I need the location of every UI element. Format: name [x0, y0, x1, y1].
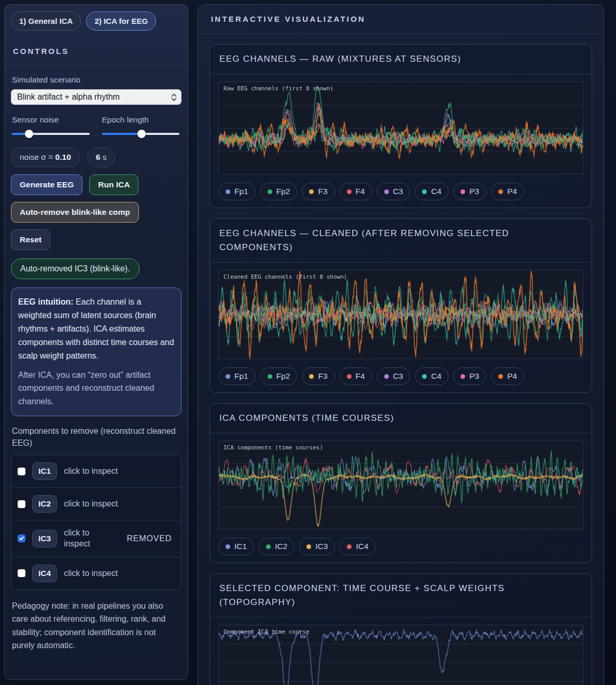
components-to-remove-label: Components to remove (reconstruct cleane… — [12, 426, 180, 449]
legend-chip[interactable]: P3 — [453, 367, 486, 385]
component-row[interactable]: IC3 click to inspect REMOVED — [11, 520, 181, 557]
components-list: IC1 click to inspect IC2 click to inspec… — [11, 455, 181, 590]
tab[interactable]: 2) ICA for EEG — [86, 11, 156, 31]
channel-name: C4 — [431, 372, 441, 381]
component-row[interactable]: IC1 click to inspect — [11, 455, 181, 488]
controls-body: Simulated scenario Blink artifact + alph… — [5, 65, 188, 652]
component-id-badge: IC3 — [32, 530, 57, 547]
legend-chip[interactable]: F3 — [302, 183, 334, 200]
legend-chip[interactable]: Fp2 — [260, 183, 298, 200]
checkmark-icon — [19, 536, 24, 541]
channel-name: C4 — [431, 187, 441, 196]
generate-eeg-button[interactable]: Generate EEG — [11, 174, 82, 195]
component-row[interactable]: IC2 click to inspect — [11, 488, 181, 520]
channel-color-dot — [226, 374, 230, 379]
reset-button[interactable]: Reset — [11, 229, 50, 250]
raw-eeg-chart: Raw EEG channels (first 8 shown) — [218, 81, 583, 174]
channel-name: P4 — [507, 372, 517, 381]
scenario-select[interactable]: Blink artifact + alpha rhythm — [11, 89, 181, 105]
legend-chip[interactable]: IC2 — [259, 538, 295, 555]
scenario-select-value: Blink artifact + alpha rhythm — [17, 92, 120, 102]
component-checkbox[interactable] — [18, 468, 25, 475]
legend-chip[interactable]: P4 — [491, 183, 524, 200]
raw-chart-area: Raw EEG channels (first 8 shown) — [210, 74, 592, 176]
legend-chip[interactable]: C3 — [377, 367, 411, 385]
legend-chip[interactable]: F4 — [340, 183, 372, 200]
sidebar: 1) General ICA2) ICA for EEG CONTROLS Si… — [4, 4, 188, 680]
panel-selected-title: SELECTED COMPONENT: TIME COURSE + SCALP … — [210, 574, 592, 618]
legend-chip[interactable]: P3 — [453, 183, 486, 200]
component-inspect-hint[interactable]: click to inspect — [64, 569, 118, 578]
component-inspect-hint[interactable]: click to inspect — [64, 528, 102, 550]
legend-chip[interactable]: IC4 — [340, 538, 375, 555]
legend-chip[interactable]: C3 — [377, 183, 411, 200]
slider-thumb[interactable] — [25, 130, 33, 138]
pedagogy-note: Pedagogy note: in real pipelines you als… — [12, 599, 180, 652]
channel-name: F3 — [318, 187, 327, 196]
component-checkbox[interactable] — [18, 535, 25, 542]
viz-header: INTERACTIVE VISUALIZATION — [198, 5, 604, 34]
legend-chip[interactable]: Fp2 — [260, 367, 298, 385]
channel-color-dot — [226, 189, 230, 194]
channel-color-dot — [347, 374, 352, 379]
panel-cleaned-title: EEG CHANNELS — CLEANED (AFTER REMOVING S… — [210, 219, 592, 263]
channel-color-dot — [460, 189, 465, 194]
component-checkbox[interactable] — [18, 500, 25, 508]
legend-chip[interactable]: P4 — [491, 367, 524, 385]
panel-selected-component: SELECTED COMPONENT: TIME COURSE + SCALP … — [209, 573, 592, 685]
channel-color-dot — [268, 374, 272, 379]
channel-color-dot — [460, 374, 465, 379]
ic-color-dot — [347, 544, 352, 549]
ica-chart-area: ICA components (time courses) — [210, 433, 592, 531]
slider-track[interactable] — [102, 133, 180, 135]
component-row[interactable]: IC4 click to inspect — [11, 557, 181, 590]
channel-color-dot — [384, 374, 389, 379]
channel-color-dot — [498, 374, 503, 379]
component-checkbox[interactable] — [18, 569, 25, 577]
tab[interactable]: 1) General ICA — [11, 11, 81, 31]
panel-raw-eeg: EEG CHANNELS — RAW (MIXTURES AT SENSORS)… — [209, 44, 592, 208]
slider-block: Epoch length — [101, 112, 182, 139]
visualization-container: INTERACTIVE VISUALIZATION EEG CHANNELS —… — [198, 4, 604, 685]
legend-chip[interactable]: IC1 — [218, 538, 254, 555]
legend-chip[interactable]: C4 — [415, 183, 449, 200]
slider-track[interactable] — [12, 133, 90, 135]
legend-chip[interactable]: IC3 — [299, 538, 335, 555]
component-inspect-hint[interactable]: click to inspect — [64, 499, 118, 509]
legend-chip[interactable]: Fp1 — [218, 367, 256, 385]
ic-name: IC2 — [275, 542, 287, 551]
slider-thumb[interactable] — [137, 130, 146, 138]
channel-color-dot — [268, 189, 272, 194]
cleaned-channel-legend: Fp1 Fp2 F3 F4 C3 C4 — [210, 361, 592, 392]
slider-label: Epoch length — [102, 115, 181, 125]
ic-name: IC4 — [356, 542, 368, 551]
primary-button-row: Generate EEG Run ICA — [11, 174, 181, 195]
panel-ica-title: ICA COMPONENTS (TIME COURSES) — [210, 404, 592, 433]
cleaned-eeg-chart: Cleaned EEG channels (first 8 shown) — [218, 270, 583, 359]
run-ica-button[interactable]: Run ICA — [89, 174, 138, 195]
channel-color-dot — [309, 189, 314, 194]
auto-remove-button[interactable]: Auto-remove blink-like comp — [11, 202, 139, 223]
channel-name: Fp1 — [234, 187, 248, 196]
legend-chip[interactable]: F3 — [302, 367, 334, 385]
legend-chip[interactable]: Fp1 — [218, 183, 256, 200]
selected-chart-area: Component IC3 time course — [210, 618, 592, 685]
channel-color-dot — [422, 189, 427, 194]
legend-chip[interactable]: F4 — [340, 367, 372, 385]
badge-row: noise σ = 0.10 6 s — [11, 147, 181, 167]
channel-color-dot — [498, 189, 503, 194]
channel-name: F4 — [356, 187, 365, 196]
status-badge: Auto-removed IC3 (blink-like). — [11, 258, 139, 279]
ica-chart-inline-title: ICA components (time courses) — [223, 444, 323, 451]
infobox-paragraph-2: After ICA, you can “zero out” artifact c… — [18, 368, 174, 409]
ic-name: IC3 — [315, 542, 328, 551]
infobox-paragraph-1: EEG intuition: Each channel is a weighte… — [18, 295, 174, 363]
component-id-badge: IC4 — [32, 565, 57, 582]
ica-components-chart: ICA components (time courses) — [218, 441, 583, 529]
channel-name: F3 — [318, 372, 327, 381]
legend-chip[interactable]: C4 — [415, 367, 449, 385]
component-inspect-hint[interactable]: click to inspect — [64, 467, 118, 476]
slider-block: Sensor noise — [11, 112, 92, 139]
noise-sigma-badge: noise σ = 0.10 — [11, 147, 80, 167]
selected-component-chart: Component IC3 time course — [218, 625, 583, 685]
